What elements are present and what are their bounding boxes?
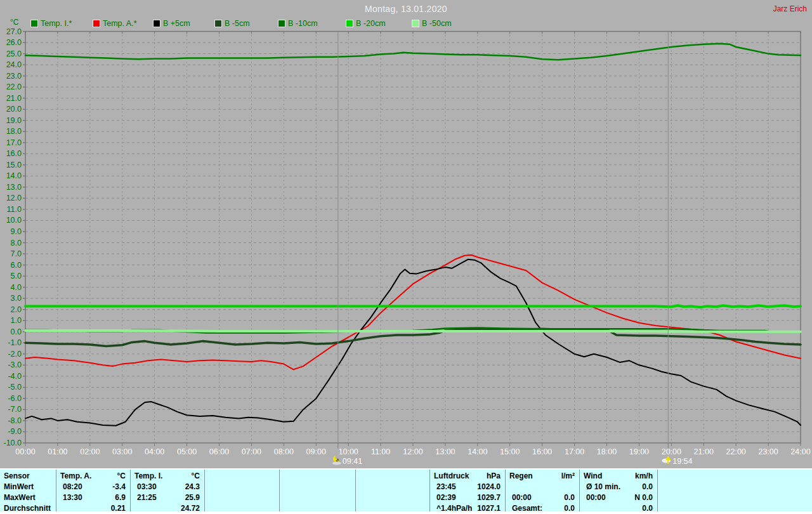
y-tick-label: 24.0 (6, 60, 22, 69)
marker-time-label: 19:54 (672, 457, 692, 466)
cell-time: 08:20 (63, 482, 82, 492)
y-tick-label: 21.0 (6, 94, 22, 103)
y-tick-label: -9.0 (8, 427, 22, 436)
y-tick-label: 7.0 (11, 249, 22, 258)
x-tick-label: 22:00 (726, 447, 746, 456)
y-tick-label: 15.0 (6, 161, 22, 169)
x-tick-label: 07:00 (242, 447, 261, 456)
cell-time: Gesamt: (512, 503, 542, 514)
y-tick-label: 26.0 (6, 38, 22, 47)
cell-time: 03:30 (137, 482, 157, 492)
y-tick-label: 8.0 (11, 239, 22, 247)
chart-axis-labels: -10.0-9.0-8.0-7.0-6.0-5.0-4.0-3.0-2.0-1.… (4, 27, 811, 457)
x-tick-label: 16:00 (532, 447, 552, 456)
cell-value: 0.0 (564, 503, 575, 514)
column-unit: °C (117, 471, 126, 482)
column-unit: hPa (487, 471, 501, 482)
marker-time-label: 09:41 (343, 457, 362, 466)
y-tick-label: -3.0 (8, 360, 22, 369)
x-tick-label: 11:00 (371, 447, 390, 456)
temperature-chart: -10.0-9.0-8.0-7.0-6.0-5.0-4.0-3.0-2.0-1.… (0, 0, 812, 514)
x-tick-label: 19:00 (629, 447, 649, 456)
x-tick-label: 15:00 (500, 447, 520, 456)
y-tick-label: 4.0 (11, 283, 22, 292)
cell-value: N 0.0 (634, 492, 653, 503)
table-column-temp-a: Temp. A.°C08:20-3.413:306.90.21 (56, 470, 131, 511)
y-tick-label: -10.0 (4, 438, 22, 447)
cell-value: 1024.0 (477, 482, 501, 492)
table-column-wind: Windkm/hØ 10 min.0.000:00N 0.00.0 (579, 470, 658, 511)
column-header: Temp. I. (134, 471, 162, 482)
x-tick-label: 05:00 (177, 447, 197, 456)
column-unit: °C (192, 471, 200, 482)
y-tick-label: 13.0 (6, 183, 22, 192)
row-label-minwert: MinWert (4, 482, 34, 492)
cell-value: 24.72 (181, 503, 200, 514)
column-unit: km/h (635, 471, 653, 482)
cell-value: -3.4 (112, 482, 126, 492)
x-tick-label: 18:00 (597, 447, 617, 456)
x-tick-label: 04:00 (145, 447, 164, 456)
cell-time: Ø 10 min. (586, 482, 620, 492)
row-label-durchschnitt: Durchschnitt (4, 503, 51, 514)
table-column-luftdruck: LuftdruckhPa23:451024.002:391029.7^1.4hP… (429, 470, 506, 511)
y-tick-label: 25.0 (6, 49, 22, 58)
column-unit: l/m² (561, 471, 575, 482)
y-tick-label: 9.0 (11, 227, 22, 236)
y-tick-label: 22.0 (6, 82, 22, 91)
table-column-empty (279, 470, 356, 511)
cell-time: ^1.4hPa/h (436, 503, 472, 514)
y-tick-label: 2.0 (11, 305, 22, 314)
x-tick-label: 08:00 (274, 447, 294, 456)
y-tick-label: 27.0 (6, 27, 22, 36)
y-tick-label: -6.0 (8, 394, 22, 403)
cell-value: 25.9 (185, 492, 200, 503)
x-tick-label: 20:00 (662, 447, 681, 456)
cell-time: 21:25 (137, 492, 157, 503)
y-tick-label: -4.0 (8, 372, 22, 381)
column-header: Temp. A. (60, 471, 91, 482)
x-tick-label: 23:00 (758, 447, 778, 456)
cell-value: 24.3 (185, 482, 200, 492)
x-tick-label: 02:00 (80, 447, 100, 456)
x-tick-label: 06:00 (209, 447, 229, 456)
table-column-empty (204, 470, 280, 511)
cell-time: 23:45 (436, 482, 456, 492)
row-label-sensor: Sensor (4, 471, 30, 482)
y-tick-label: 20.0 (6, 105, 22, 114)
x-tick-label: 12:00 (403, 447, 422, 456)
x-tick-label: 00:00 (15, 447, 35, 456)
y-tick-label: 17.0 (6, 138, 22, 147)
cell-time: 02:39 (436, 492, 456, 503)
x-tick-label: 17:00 (565, 447, 584, 456)
x-tick-label: 14:00 (468, 447, 487, 456)
x-tick-label: 01:00 (48, 447, 67, 456)
cell-value: 0.0 (642, 482, 653, 492)
cell-value: 6.9 (115, 492, 126, 503)
cell-time: 13:30 (63, 492, 82, 503)
y-tick-label: 18.0 (6, 127, 22, 136)
cell-time: 00:00 (512, 492, 532, 503)
cell-value: 1027.1 (477, 503, 501, 514)
column-header: Regen (509, 471, 533, 482)
y-tick-label: 5.0 (11, 272, 22, 280)
x-tick-label: 21:00 (694, 447, 714, 456)
y-tick-label: 11.0 (7, 205, 22, 214)
x-tick-label: 09:00 (306, 447, 326, 456)
column-header: Wind (584, 471, 602, 482)
x-tick-label: 13:00 (435, 447, 455, 456)
table-column-empty (355, 470, 430, 511)
y-tick-label: 23.0 (6, 72, 22, 81)
y-tick-label: 3.0 (11, 294, 22, 303)
cell-value: 1029.7 (477, 492, 501, 503)
y-tick-label: 1.0 (11, 316, 22, 325)
y-tick-label: 6.0 (11, 261, 22, 270)
sun-moon-markers: 09:4119:54 (332, 32, 693, 466)
column-header: Luftdruck (434, 471, 469, 482)
x-tick-label: 24:00 (790, 447, 810, 456)
series-b-50cm-line (25, 331, 801, 332)
y-tick-label: -1.0 (8, 338, 22, 347)
x-tick-label: 10:00 (339, 447, 358, 456)
y-tick-label: -5.0 (8, 383, 22, 392)
y-tick-label: -2.0 (8, 350, 22, 359)
